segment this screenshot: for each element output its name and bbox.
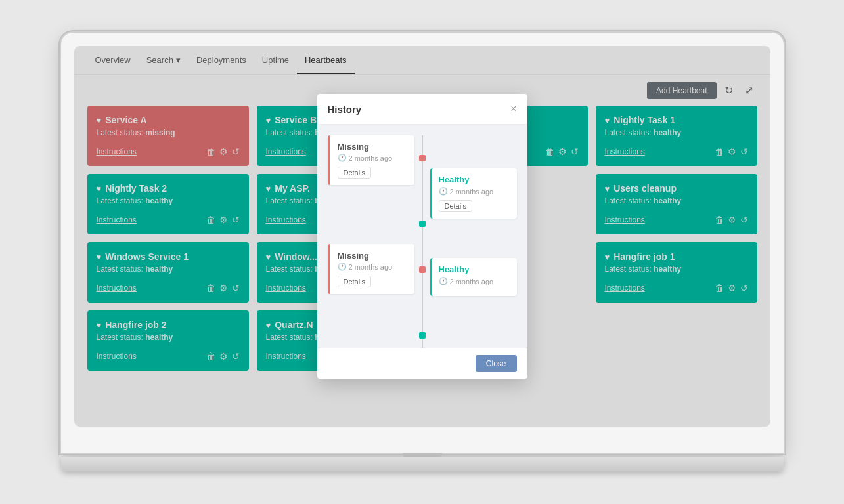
entry-time-healthy: 🕐 2 months ago <box>439 187 510 196</box>
timeline-line-top <box>422 135 423 155</box>
modal-close-button[interactable]: × <box>510 103 516 115</box>
timeline-line-bottom <box>422 339 423 348</box>
entry-time-healthy-2: 🕐 2 months ago <box>439 277 510 285</box>
timeline-right-spacer-top <box>430 135 517 168</box>
laptop-wrapper: Overview Search ▾ Deployments Uptime Hea… <box>61 33 784 471</box>
entry-title: Missing <box>338 251 407 261</box>
timeline-dot-green-1 <box>419 220 426 227</box>
timeline-center-column <box>414 135 430 348</box>
entry-time: 🕐 2 months ago <box>338 262 407 271</box>
timeline-container: Missing 🕐 2 months ago Details <box>328 135 517 348</box>
modal-header: History × <box>317 94 527 125</box>
modal-title: History <box>328 104 362 115</box>
clock-icon: 🕐 <box>338 154 347 162</box>
clock-icon: 🕐 <box>439 187 448 196</box>
timeline-right-spacer-2 <box>430 219 517 258</box>
clock-icon: 🕐 <box>338 262 347 271</box>
clock-icon: 🕐 <box>439 277 448 285</box>
timeline-spacer-2 <box>328 294 414 340</box>
timeline-line-1 <box>422 161 423 220</box>
details-button-2[interactable]: Details <box>439 200 473 212</box>
modal-body: Missing 🕐 2 months ago Details <box>317 125 527 348</box>
timeline-entry-missing-1: Missing 🕐 2 months ago Details <box>328 135 414 185</box>
modal-overlay: History × Missing <box>74 46 770 427</box>
timeline-entry-healthy-2: Healthy 🕐 2 months ago <box>430 258 517 296</box>
app-container: Overview Search ▾ Deployments Uptime Hea… <box>74 46 770 427</box>
timeline-dot-red-1 <box>419 155 426 161</box>
details-button-1[interactable]: Details <box>338 167 372 178</box>
timeline-spacer-1 <box>328 185 414 244</box>
history-modal: History × Missing <box>317 94 527 379</box>
laptop-base <box>61 457 784 471</box>
entry-time: 🕐 2 months ago <box>338 154 407 162</box>
timeline-right-column: Healthy 🕐 2 months ago Details <box>430 135 517 348</box>
modal-close-btn[interactable]: Close <box>476 355 517 372</box>
details-button-3[interactable]: Details <box>338 276 372 287</box>
timeline-left-column: Missing 🕐 2 months ago Details <box>328 135 414 348</box>
timeline-line-2 <box>422 227 423 266</box>
entry-title-healthy: Healthy <box>439 175 510 184</box>
modal-footer: Close <box>317 348 527 379</box>
laptop-screen: Overview Search ▾ Deployments Uptime Hea… <box>61 33 784 453</box>
timeline-dot-red-2 <box>419 266 426 273</box>
timeline-line-3 <box>422 273 423 332</box>
entry-title: Missing <box>338 142 407 152</box>
timeline-entry-missing-2: Missing 🕐 2 months ago Details <box>328 244 414 294</box>
timeline-dot-green-2 <box>419 332 426 339</box>
timeline-entry-healthy-1: Healthy 🕐 2 months ago Details <box>430 168 517 219</box>
entry-title-healthy-2: Healthy <box>439 264 510 274</box>
